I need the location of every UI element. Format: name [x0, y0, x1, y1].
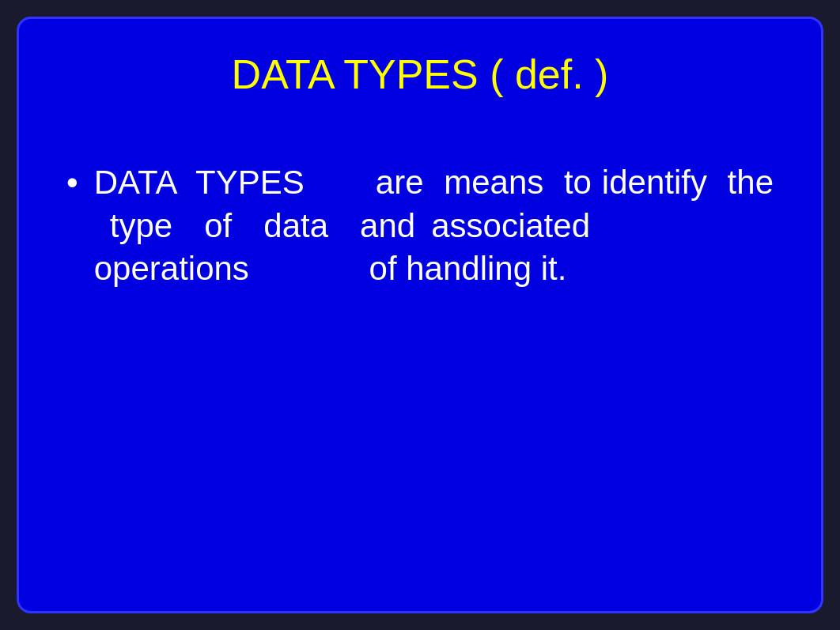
slide: DATA TYPES ( def. ) • DATA TYPES are mea… — [17, 17, 823, 613]
slide-title: DATA TYPES ( def. ) — [66, 51, 774, 98]
slide-content: • DATA TYPES are means to identify the t… — [66, 145, 774, 579]
bullet-dot-1: • — [66, 163, 78, 202]
bullet-item-1: • DATA TYPES are means to identify the t… — [66, 161, 774, 291]
bullet-text-1: DATA TYPES are means to identify the typ… — [94, 161, 774, 291]
